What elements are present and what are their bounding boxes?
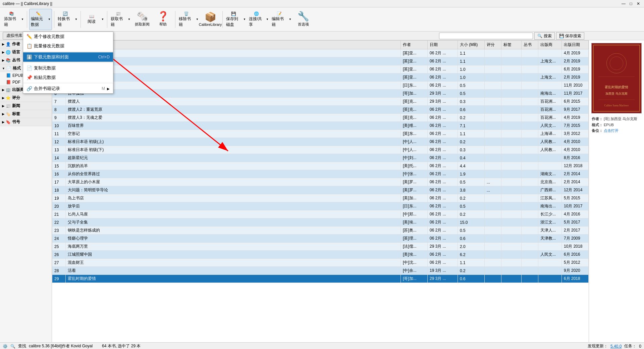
menu-item-merge[interactable]: 🔗 合并书籍记录 M ▶ [23,84,113,93]
table-row[interactable]: 17大草原上的小木屋[美]罗...06 2月 ...0.5...北京燕...2月… [52,178,589,186]
table-row[interactable]: 2[英]亚...06 2月 ...1.1上海文...2月 2019 [52,57,589,65]
edit-metadata-main[interactable]: ✏️ 编辑元数据 [30,9,47,30]
table-row[interactable]: 12标准日本语 初级(上)[中]人...06 2月 ...0.2人民教...4月… [52,138,589,146]
sidebar-header-tags[interactable]: ▶ 🏷️ 标签 [0,110,52,118]
remove-btn[interactable]: 🗑️ 移除书籍 ▼ [177,9,200,30]
table-row[interactable]: 5白夜行[日]东...06 2月 ...0.511月 2010 [52,82,589,90]
col-size[interactable]: 大小 (MB) [458,41,485,49]
table-row[interactable]: 20放学后[日]东...06 2月 ...0.5南海出...10月 2017 [52,202,589,210]
table-row[interactable]: 8摆渡人2：重返荒原[英]克...06 2月 ...0.6百花洲...9月 20… [52,106,589,114]
fetch-news-main[interactable]: 📰 获取书籍 [109,9,127,30]
col-pubdate[interactable]: 出版日期 [562,41,589,49]
table-cell: 06 2月 ... [428,73,458,82]
read-btn[interactable]: 📖 阅读 ▼ [83,9,105,30]
preferences-btn[interactable]: 🔧 首选项 [293,9,313,30]
jobs-label: 任务： [624,343,636,349]
fetch-news-btn[interactable]: 📰 获取书籍 ▼ [109,9,131,30]
edit-book-btn[interactable]: 📝 编辑书籍 ▼ [270,9,292,30]
fetch-news-arrow[interactable]: ▼ [127,9,131,30]
connect-arrow[interactable]: ▼ [265,9,270,30]
convert-btn[interactable]: 🔄 转换书籍 ▼ [56,9,78,30]
table-row[interactable]: 23钢铁是怎样炼成的[苏]奥...06 2月 ...0.5天津人...2月 20… [52,227,589,235]
table-cell: 3月 2012 [562,130,589,138]
notes-value[interactable]: 点击打开 [604,128,619,134]
col-publisher[interactable]: 出版商 [538,41,562,49]
table-row[interactable]: 18大问题：简明哲学导论[美]罗...06 2月 ...3.8...广西师...… [52,186,589,194]
table-row[interactable]: 3[英]亚...06 2月 ...1.06月 2019 [52,65,589,73]
add-book-arrow[interactable]: ▼ [20,9,25,30]
edit-book-arrow[interactable]: ▼ [288,9,292,30]
connect-main[interactable]: 🌐 连接/共享 [248,9,265,30]
menu-item-edit-single[interactable]: ✏️ 逐个修改元数据 [23,32,113,41]
connect-btn[interactable]: 🌐 连接/共享 ▼ [248,9,270,30]
table-row[interactable]: 7摆渡人[英]克...29 3月 ...0.3百花洲...6月 2015 [52,98,589,106]
table-cell: 06 2月 ... [428,251,458,259]
sidebar-header-news[interactable]: ▶ 📰 新闻 [0,102,52,110]
table-cell: [中]余... [401,267,428,275]
table-row[interactable]: 13标准日本语 初级(下)[中]人...06 2月 ...0.3人民教...4月… [52,146,589,154]
table-row[interactable]: 10百味世界[美]维...06 2月 ...7.1人民文...7月 2015 [52,122,589,130]
table-row[interactable]: 22父与子全集[美]埃...06 2月 ...15.0浙江文...5月 2017 [52,218,589,227]
read-arrow[interactable]: ▼ [100,9,105,30]
table-row[interactable]: 26江城照耀中国[美]埃...06 2月 ...6.2人民文...6月 2016 [52,251,589,259]
menu-item-edit-bulk[interactable]: 📋 批量修改元数据 [23,41,113,51]
menu-item-paste[interactable]: 📌 粘贴元数据 [23,73,113,82]
col-series[interactable]: 丛书 [522,41,538,49]
edit-book-main[interactable]: 📝 编辑书籍 [270,9,288,30]
book-table-container[interactable]: # #名 作者 日期 大小 (MB) 评分 标签 丛书 出版商 出版日期 1[英… [52,40,589,342]
maximize-btn[interactable]: □ [628,1,634,7]
close-btn[interactable]: ✕ [635,1,641,7]
table-row[interactable]: 1[英]亚...06 2月 ...1.14月 2019 [52,49,589,57]
menu-item-download[interactable]: ⬇️ 下载元数据和封面 Ctrl+D [23,52,113,62]
search-input[interactable] [439,33,533,39]
convert-main[interactable]: 🔄 转换书籍 [56,9,74,30]
table-cell: [美]罗... [401,186,428,194]
sidebar-header-bookmarks[interactable]: ▶ 🔖 书号 [0,118,52,126]
convert-arrow[interactable]: ▼ [74,9,78,30]
save-main[interactable]: 💾 保存到磁盘 [225,9,242,30]
col-title[interactable]: #名 [66,41,401,49]
edit-metadata-btn[interactable]: ✏️ 编辑元数据 ▼ [30,9,52,30]
edit-metadata-arrow[interactable]: ▼ [47,9,52,30]
save-btn[interactable]: 💾 保存到磁盘 ▼ [225,9,247,30]
remove-main[interactable]: 🗑️ 移除书籍 [177,9,195,30]
table-row[interactable]: 25海底两万里[法]儒...29 3月 ...2.010月 2018 [52,243,589,251]
search-button[interactable]: 🔍 搜索 [534,32,554,40]
table-cell: 1.1 [458,57,485,65]
table-row[interactable]: 16从你的全世界路过[中]张...06 2月 ...1.9湖南文...2月 20… [52,170,589,178]
help-btn[interactable]: ❓ 帮助 [153,9,173,30]
update-version[interactable]: 5.40.0 [610,344,622,349]
fetch-news2-btn[interactable]: 🗞️ 抓取新闻 [132,9,152,30]
table-row[interactable]: 28活着[中]余...19 3月 ...0.29月 2020 [52,267,589,275]
table-cell: 300斤：大宝游游 [66,73,401,82]
table-row[interactable]: 27混血财王[中]沈...06 2月 ...1.15月 2012 [52,259,589,267]
col-author[interactable]: 作者 [401,41,428,49]
minimize-btn[interactable]: — [621,1,627,7]
calibre-library-btn[interactable]: 📦 CalibreLibrary [200,9,220,30]
remove-arrow[interactable]: ▼ [195,9,200,30]
col-tags[interactable]: 标签 [501,41,522,49]
table-row[interactable]: 21匕尚人马座[中]郑...06 2月 ...0.2长江少...4月 2016 [52,210,589,218]
table-row[interactable]: 29霍乱时期的爱情[哥]加...29 3月 ...0.66月 2018 [52,275,589,283]
col-rating[interactable]: 评分 [485,41,501,49]
table-row[interactable]: 15沉默的羔羊[美]托...06 2月 ...4.412月 2018 [52,162,589,170]
table-row[interactable]: 11空形记[英]东...06 2月 ...1.1上海译...3月 2012 [52,130,589,138]
sidebar-header-ratings[interactable]: ▶ ⭐ 评分 [0,94,52,102]
table-row[interactable]: 24怪癖心理学[英]理...06 2月 ...0.6天津教...7月 2009 [52,235,589,243]
table-cell [522,146,538,154]
table-row[interactable]: 9摆渡人3：无魂之爱[英]克...06 2月 ...0.2百花洲...4月 20… [52,114,589,122]
table-row[interactable]: 19岛上书店[美]加...06 2月 ...0.2江苏凤...5月 2015 [52,194,589,202]
table-cell [522,210,538,218]
table-row[interactable]: 6百年孤独[哥]加...29 3月 ...0.5南海出...11月 2017 [52,90,589,98]
save-arrow[interactable]: ▼ [242,9,247,30]
save-search-button[interactable]: 💾 保存搜索 [556,32,584,40]
table-cell: 2月 2017 [562,227,589,235]
col-date[interactable]: 日期 [428,41,458,49]
add-book-btn[interactable]: 📚 添加书籍 ▼ [3,9,25,30]
menu-item-copy[interactable]: 📄 复制元数据 [23,63,113,73]
table-row[interactable]: 4300斤：大宝游游[英]亚...06 2月 ...1.0上海文...2月 20… [52,73,589,82]
table-row[interactable]: 14超新星纪元[中]刘...06 2月 ...0.48月 2016 [52,154,589,162]
read-main[interactable]: 📖 阅读 [83,9,100,30]
add-book-main[interactable]: 📚 添加书籍 [3,9,20,30]
config-icon[interactable]: ⚙️ [3,344,8,349]
